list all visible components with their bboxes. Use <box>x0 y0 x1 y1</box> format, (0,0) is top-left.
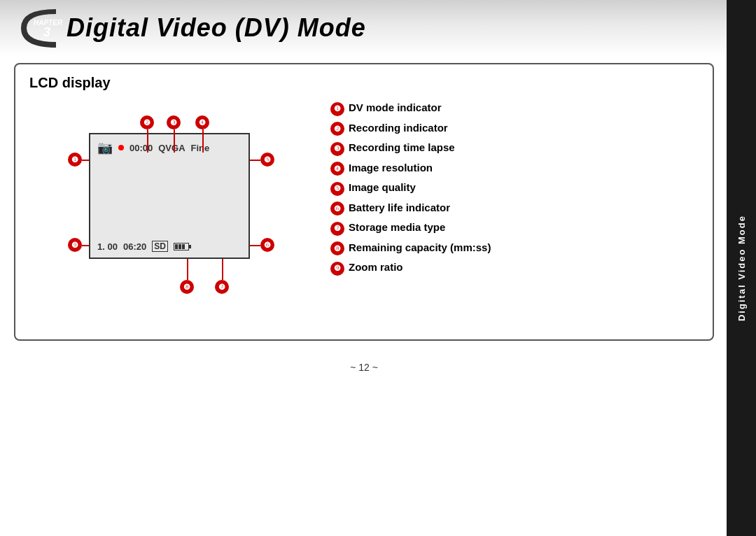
callout-1: ❶ <box>68 153 82 167</box>
legend-text-6: Battery life indicator <box>349 202 450 213</box>
line-4 <box>202 129 204 153</box>
page-header: HAPTER 3 Digital Video (DV) Mode <box>0 0 728 56</box>
line-8 <box>187 259 188 280</box>
remaining-display: 06:20 <box>123 241 146 252</box>
main-content: LCD display 📷 00:00 QVGA Fine <box>0 56 728 387</box>
callout-5: ❺ <box>260 153 274 167</box>
legend-item-7: ❼ Storage media type <box>330 221 699 236</box>
legend-num-2: ❷ <box>330 122 344 136</box>
legend-num-1: ❶ <box>330 102 344 116</box>
side-tab: Digital Video Mode <box>727 0 756 536</box>
zoom-display: 1. 00 <box>97 241 118 252</box>
callout-2: ❷ <box>140 115 154 129</box>
legend-item-3: ❸ Recording time lapse <box>330 141 699 156</box>
line-2 <box>147 129 148 153</box>
line-1 <box>82 160 89 161</box>
callout-7: ❼ <box>215 280 229 294</box>
legend-text-8: Remaining capacity (mm:ss) <box>349 241 491 253</box>
legend-item-8: ❽ Remaining capacity (mm:ss) <box>330 241 699 256</box>
line-7 <box>222 259 223 280</box>
legend-text-7: Storage media type <box>349 221 445 233</box>
line-9 <box>82 245 89 246</box>
callout-3: ❸ <box>167 115 181 129</box>
recording-dot <box>118 145 124 150</box>
lcd-section: LCD display 📷 00:00 QVGA Fine <box>14 63 714 341</box>
lcd-content: 📷 00:00 QVGA Fine 1. 00 06:20 SD <box>29 101 699 325</box>
callout-8: ❽ <box>180 280 194 294</box>
camera-icon: 📷 <box>97 140 113 155</box>
line-6 <box>250 245 260 246</box>
resolution-display: QVGA <box>158 143 185 153</box>
legend-num-9: ❾ <box>330 262 344 276</box>
legend-item-4: ❹ Image resolution <box>330 162 699 176</box>
legend-num-3: ❸ <box>330 142 344 156</box>
battery-icon <box>174 243 191 251</box>
svg-text:3: 3 <box>43 25 50 39</box>
sd-card-icon: SD <box>152 241 168 252</box>
legend-item-1: ❶ DV mode indicator <box>330 101 699 116</box>
lcd-diagram: 📷 00:00 QVGA Fine 1. 00 06:20 SD <box>29 101 309 325</box>
legend: ❶ DV mode indicator ❷ Recording indicato… <box>330 101 699 276</box>
callout-9: ❾ <box>68 238 82 252</box>
lcd-bottom-row: 1. 00 06:20 SD <box>97 241 241 252</box>
line-5 <box>250 160 260 161</box>
legend-text-2: Recording indicator <box>349 122 448 134</box>
side-tab-text: Digital Video Mode <box>736 215 747 321</box>
legend-item-6: ❻ Battery life indicator <box>330 202 699 216</box>
legend-item-5: ❺ Image quality <box>330 181 699 196</box>
page-title: Digital Video (DV) Mode <box>66 13 366 43</box>
legend-num-7: ❼ <box>330 222 344 236</box>
legend-num-4: ❹ <box>330 162 344 176</box>
legend-num-6: ❻ <box>330 202 344 216</box>
legend-text-4: Image resolution <box>349 162 433 174</box>
quality-display: Fine <box>191 143 210 153</box>
legend-num-8: ❽ <box>330 241 344 255</box>
chapter-icon: HAPTER 3 <box>14 6 63 51</box>
legend-text-3: Recording time lapse <box>349 141 455 153</box>
time-display: 00:00 <box>130 143 153 153</box>
lcd-section-title: LCD display <box>29 75 699 91</box>
callout-6: ❻ <box>260 238 274 252</box>
legend-num-5: ❺ <box>330 182 344 196</box>
legend-item-9: ❾ Zoom ratio <box>330 261 699 276</box>
legend-text-1: DV mode indicator <box>349 101 442 113</box>
callout-4: ❹ <box>195 115 209 129</box>
legend-item-2: ❷ Recording indicator <box>330 122 699 136</box>
lcd-top-row: 📷 00:00 QVGA Fine <box>97 140 241 155</box>
page-number: ~ 12 ~ <box>14 362 714 373</box>
lcd-screen: 📷 00:00 QVGA Fine 1. 00 06:20 SD <box>89 133 250 259</box>
legend-text-5: Image quality <box>349 181 416 193</box>
line-3 <box>174 129 175 153</box>
legend-text-9: Zoom ratio <box>349 261 403 273</box>
